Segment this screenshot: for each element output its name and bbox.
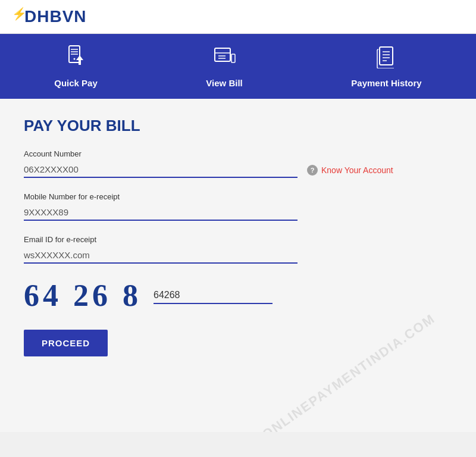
captcha-input[interactable] (154, 287, 273, 304)
payment-history-label: Payment History (351, 78, 421, 88)
nav-item-payment-history[interactable]: Payment History (327, 45, 445, 88)
view-bill-label: View Bill (206, 78, 242, 88)
payment-history-icon (375, 45, 399, 73)
nav-bar: Quick Pay View Bill Payment His (0, 34, 476, 99)
main-content: PAY YOUR BILL Account Number ? Know Your… (0, 99, 476, 432)
know-account-text: Know Your Account (321, 165, 393, 175)
logo-d: D (24, 7, 37, 26)
account-number-row: ? Know Your Account (24, 162, 452, 178)
email-id-label: Email ID for e-receipt (24, 235, 452, 244)
account-number-group: Account Number ? Know Your Account (24, 149, 452, 178)
help-icon: ? (307, 165, 318, 176)
quick-pay-label: Quick Pay (54, 78, 98, 88)
captcha-display: 64 26 8 (24, 278, 142, 313)
svg-rect-10 (380, 47, 393, 65)
svg-rect-7 (231, 54, 235, 62)
nav-item-quick-pay[interactable]: Quick Pay (30, 45, 121, 88)
logo-main: HBVN (37, 7, 86, 26)
logo-text: DHBVN (24, 7, 87, 26)
proceed-button[interactable]: PROCEED (24, 330, 108, 356)
watermark: ONLINEPAYMENTINDIA.COM (259, 311, 438, 432)
nav-item-view-bill[interactable]: View Bill (182, 45, 266, 88)
account-number-input[interactable] (24, 162, 298, 178)
account-number-label: Account Number (24, 149, 452, 158)
page-title: PAY YOUR BILL (24, 117, 452, 135)
svg-rect-5 (215, 48, 230, 61)
mobile-number-label: Mobile Number for e-receipt (24, 192, 452, 201)
logo: ⚡ DHBVN (12, 7, 87, 26)
email-id-input[interactable] (24, 248, 298, 264)
captcha-section: 64 26 8 (24, 278, 452, 313)
quick-pay-icon (64, 45, 88, 73)
header: ⚡ DHBVN (0, 0, 476, 34)
view-bill-icon (212, 45, 236, 73)
email-id-group: Email ID for e-receipt (24, 235, 452, 264)
svg-point-4 (73, 58, 75, 60)
know-your-account-link[interactable]: ? Know Your Account (307, 165, 393, 176)
mobile-number-group: Mobile Number for e-receipt (24, 192, 452, 221)
mobile-number-input[interactable] (24, 205, 298, 221)
